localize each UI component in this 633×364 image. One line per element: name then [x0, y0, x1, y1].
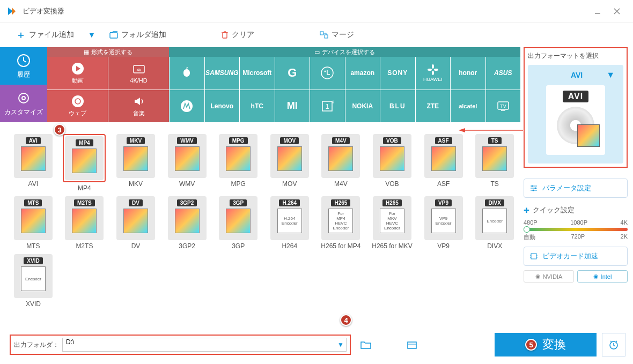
svg-rect-3	[110, 33, 117, 38]
category-web[interactable]: ウェブ	[47, 90, 108, 123]
gpu-nvidia[interactable]: ◉NVIDIA	[524, 270, 574, 283]
minimize-button[interactable]	[588, 2, 607, 21]
format-media-icon	[72, 209, 97, 233]
format-item-asf[interactable]: ASFASF	[420, 134, 467, 192]
format-item-3gp[interactable]: 3GP3GP	[215, 196, 262, 250]
format-thumb: MP4	[65, 136, 104, 180]
brand-lg[interactable]	[310, 57, 345, 90]
format-media-icon	[328, 146, 353, 171]
brand-google-label: G	[288, 66, 297, 80]
brand-microsoft[interactable]: Microsoft	[240, 57, 275, 90]
brand-apple[interactable]	[170, 57, 204, 90]
brand-oneplus[interactable]: 1+	[310, 90, 345, 123]
brand-asus-label: ASUS	[494, 69, 512, 77]
brand-nokia-label: NOKIA	[352, 102, 373, 110]
svg-text:TV: TV	[500, 103, 506, 109]
brand-htc[interactable]: hTC	[240, 90, 275, 123]
format-item-h265-for-mkv[interactable]: H265ForMKVHEVCEncoderH265 for MKV	[369, 196, 416, 250]
format-item-xvid[interactable]: XVIDEncoderXVID	[10, 254, 57, 308]
format-item-vp9[interactable]: VP9VP9EncoderVP9	[420, 196, 467, 250]
brand-google[interactable]: G	[275, 57, 310, 90]
format-item-mkv[interactable]: MKVMKV	[112, 134, 159, 192]
sidebar-history[interactable]: 履歴	[0, 47, 47, 85]
format-item-mp4[interactable]: MP4MP4	[61, 134, 108, 192]
tab-device[interactable]: ▭ デバイスを選択する	[169, 47, 520, 57]
brand-huawei[interactable]: HUAWEI	[416, 57, 451, 90]
brand-nokia[interactable]: NOKIA	[345, 90, 380, 123]
slider-thumb[interactable]	[524, 226, 530, 233]
format-media-icon	[175, 209, 200, 233]
format-item-mov[interactable]: MOVMOV	[266, 134, 313, 192]
brand-zte[interactable]: ZTE	[416, 90, 451, 123]
output-format-thumb: AVI	[546, 85, 605, 155]
add-folder-button[interactable]: フォルダ追加	[104, 27, 172, 43]
brand-alcatel[interactable]: alcatel	[451, 90, 485, 123]
convert-button[interactable]: 5 変換	[495, 333, 597, 356]
merge-button[interactable]: マージ	[314, 27, 359, 43]
svg-point-18	[432, 71, 434, 75]
nvidia-icon: ◉	[535, 273, 541, 280]
format-item-mpg[interactable]: MPGMPG	[215, 134, 262, 192]
params-button[interactable]: パラメータ設定	[524, 179, 628, 198]
gpu-intel[interactable]: ◉Intel	[577, 270, 628, 283]
brand-amazon[interactable]: amazon	[345, 57, 380, 90]
brand-asus[interactable]: ASUS	[486, 57, 521, 90]
format-encoder-icon: H.264Encoder	[277, 209, 302, 233]
format-badge: MKV	[127, 137, 145, 144]
format-thumb: DIVXEncoder	[475, 196, 514, 240]
format-label: 3GP	[232, 242, 245, 250]
format-item-mts[interactable]: MTSMTS	[10, 196, 57, 250]
format-item-h264[interactable]: H.264H.264EncoderH264	[266, 196, 313, 250]
alarm-button[interactable]	[602, 333, 625, 356]
mini-thumb-icon	[577, 124, 600, 147]
format-item-ts[interactable]: TSTS	[471, 134, 518, 192]
clear-button[interactable]: クリア	[216, 27, 260, 43]
format-item-vob[interactable]: VOBVOB	[369, 134, 416, 192]
format-badge: 3GP	[230, 199, 247, 206]
format-thumb: AVI	[14, 134, 53, 178]
intel-label: Intel	[601, 273, 612, 280]
output-folder-input[interactable]: D:\ ▼	[62, 338, 347, 352]
category-video[interactable]: 動画	[47, 57, 108, 90]
brand-sony[interactable]: SONY	[380, 57, 415, 90]
format-item-3gp2[interactable]: 3GP23GP2	[164, 196, 211, 250]
explorer-button[interactable]	[402, 335, 422, 354]
close-button[interactable]	[607, 2, 627, 21]
annotation-3: 3	[54, 124, 65, 136]
sidebar-customize[interactable]: カスタマイズ	[0, 85, 47, 122]
brand-lenovo[interactable]: Lenovo	[205, 90, 240, 123]
tab-format[interactable]: ▦ 形式を選択する	[47, 47, 169, 57]
format-media-icon	[380, 146, 404, 171]
output-format-preview[interactable]: AVI ▼ AVI	[528, 65, 623, 164]
gpu-accel-button[interactable]: ビデオカード加速	[524, 247, 628, 266]
open-folder-button[interactable]	[356, 335, 376, 354]
format-item-m4v[interactable]: M4VM4V	[318, 134, 365, 192]
category-audio[interactable]: 音楽	[108, 90, 169, 123]
brand-honor[interactable]: honor	[451, 57, 485, 90]
format-media-icon	[72, 148, 97, 173]
svg-point-17	[432, 64, 434, 69]
format-badge: DIVX	[485, 199, 504, 206]
brand-samsung[interactable]: SAMSUNG	[205, 57, 240, 90]
format-thumb: TS	[475, 134, 514, 178]
brand-huawei-label: HUAWEI	[423, 77, 443, 82]
add-file-button[interactable]: ＋ ファイル追加	[11, 25, 79, 44]
brand-mi[interactable]: MI	[275, 90, 310, 123]
output-folder-dropdown-icon[interactable]: ▼	[337, 341, 344, 348]
format-item-avi[interactable]: AVIAVI	[10, 134, 57, 192]
format-item-h265-for-mp4[interactable]: H265ForMP4HEVCEncoderH265 for MP4	[318, 196, 365, 250]
category-4khd[interactable]: 4k 4K/HD	[108, 57, 169, 90]
brand-motorola[interactable]	[170, 90, 204, 123]
format-thumb: VOB	[373, 134, 411, 178]
format-item-wmv[interactable]: WMVWMV	[164, 134, 211, 192]
brand-blu[interactable]: BLU	[380, 90, 415, 123]
format-item-dv[interactable]: DVDV	[112, 196, 159, 250]
format-item-divx[interactable]: DIVXEncoderDIVX	[471, 196, 518, 250]
brand-tv[interactable]: TV	[486, 90, 521, 123]
resolution-slider[interactable]	[524, 228, 628, 231]
history-icon	[16, 53, 31, 68]
chrome-icon	[71, 94, 85, 108]
format-item-m2ts[interactable]: M2TSM2TS	[61, 196, 108, 250]
gear-icon	[16, 91, 31, 106]
add-file-dropdown[interactable]: ▼	[83, 27, 101, 42]
